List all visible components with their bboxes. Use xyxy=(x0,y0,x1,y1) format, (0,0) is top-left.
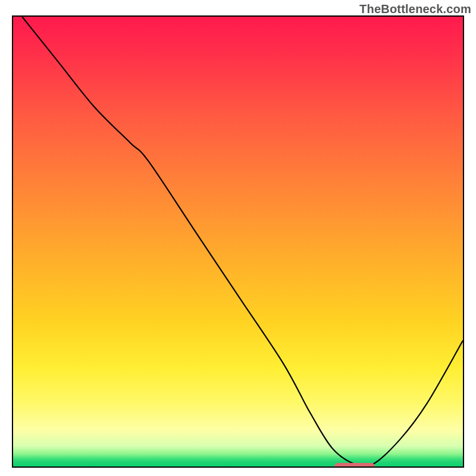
chart-container: TheBottleneck.com xyxy=(0,0,476,476)
watermark-text: TheBottleneck.com xyxy=(359,2,471,16)
curve-path xyxy=(22,17,463,466)
plot-area xyxy=(12,15,464,468)
optimal-zone-marker xyxy=(334,463,375,468)
bottleneck-curve xyxy=(13,17,463,466)
